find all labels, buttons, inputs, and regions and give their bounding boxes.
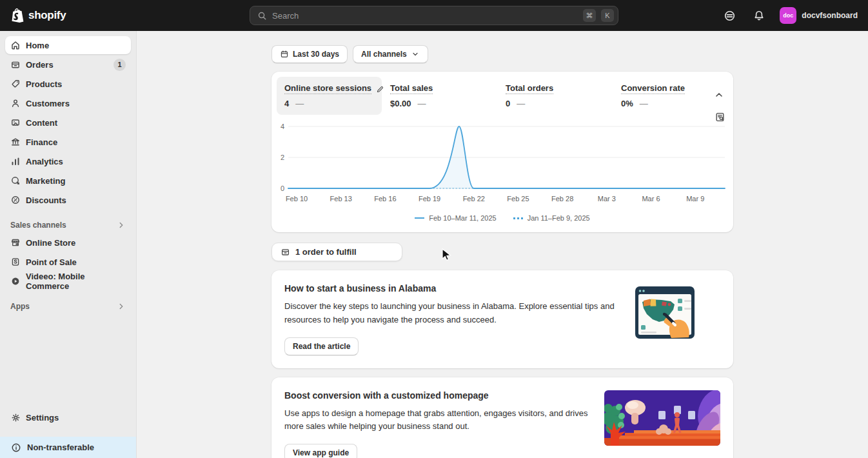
info-icon (11, 443, 21, 453)
y-axis-tick: 0 (281, 184, 284, 192)
sidebar-section-apps[interactable]: Apps (5, 302, 131, 311)
sidebar-item-label: Analytics (26, 157, 63, 166)
y-axis-tick: 4 (281, 123, 284, 130)
shortcut-cmd-key: ⌘ (583, 9, 596, 22)
sidebar-item-label: Products (26, 79, 62, 89)
metric-value: 4 (284, 99, 289, 108)
shortcut-k-key: K (601, 9, 614, 22)
marketing-icon (10, 175, 21, 186)
account-menu[interactable]: doc docvfsonboard (780, 7, 858, 24)
view-report-icon[interactable] (715, 112, 725, 123)
sidebar-item-products[interactable]: Products (5, 75, 131, 93)
sidebar: HomeOrders1ProductsCustomersContentFinan… (0, 31, 137, 458)
app-guide-card-title: Boost conversion with a customized homep… (284, 390, 604, 401)
shopify-logo[interactable]: shopify (0, 8, 66, 23)
us-map-article-illustration (634, 284, 698, 355)
sidebar-item-point-of-sale[interactable]: Point of Sale (5, 253, 131, 271)
main-content: Last 30 days All channels Online store s… (137, 0, 868, 458)
chevron-right-icon (117, 221, 126, 230)
brand-wordmark: shopify (28, 9, 66, 22)
sidebar-item-label: Customers (26, 99, 70, 108)
metric-delta: — (418, 99, 426, 108)
x-axis-tick: Mar 3 (598, 195, 616, 203)
sidekick-assistant-icon[interactable] (720, 6, 738, 25)
x-axis-tick: Mar 9 (686, 195, 704, 203)
finance-icon (10, 137, 21, 147)
metric-delta: — (640, 99, 648, 108)
legend-item: Jan 11–Feb 9, 2025 (513, 214, 590, 222)
sidebar-section-sales-channels[interactable]: Sales channels (5, 221, 131, 230)
chevron-up-icon[interactable] (714, 90, 724, 100)
read-article-button[interactable]: Read the article (284, 337, 359, 355)
metric-total-sales[interactable]: Total sales$0.00— (390, 77, 497, 108)
orders-count-badge: 1 (113, 59, 126, 71)
sidebar-item-customers[interactable]: Customers (5, 94, 131, 112)
sidebar-item-label: Finance (26, 137, 57, 147)
sidebar-item-home[interactable]: Home (5, 36, 131, 54)
sidebar-item-analytics[interactable]: Analytics (5, 152, 131, 170)
sidebar-item-label: Online Store (26, 238, 75, 248)
metric-total-orders[interactable]: Total orders0— (506, 77, 613, 108)
orders-to-fulfill-label: 1 order to fulfill (295, 247, 357, 257)
view-app-guide-button[interactable]: View app guide (284, 444, 357, 458)
x-axis-tick: Feb 13 (330, 195, 352, 203)
x-axis-tick: Feb 19 (419, 195, 440, 203)
article-card-body: Discover the key steps to launching your… (284, 300, 620, 327)
metric-label: Online store sessions (284, 83, 371, 94)
plan-banner-non-transferable[interactable]: Non-transferable (0, 437, 136, 458)
metric-online-store-sessions[interactable]: Online store sessions4— (277, 77, 382, 115)
store-name: docvfsonboard (802, 11, 858, 20)
sidebar-item-online-store[interactable]: Online Store (5, 234, 131, 252)
sidebar-main-nav: HomeOrders1ProductsCustomersContentFinan… (5, 36, 131, 210)
sidebar-item-label: Orders (26, 60, 54, 70)
legend-item: Feb 10–Mar 11, 2025 (415, 214, 496, 222)
x-axis-tick: Feb 10 (286, 195, 308, 203)
content-icon (10, 117, 21, 128)
x-axis-tick: Feb 25 (507, 195, 529, 203)
calendar-icon (280, 50, 289, 59)
chart-legend: Feb 10–Mar 11, 2025Jan 11–Feb 9, 2025 (277, 214, 728, 222)
sidebar-item-orders[interactable]: Orders1 (5, 55, 131, 74)
date-range-button[interactable]: Last 30 days (271, 45, 348, 63)
channel-filter-label: All channels (361, 50, 407, 59)
notifications-bell-icon[interactable] (750, 6, 768, 25)
avatar: doc (780, 7, 796, 24)
topbar: shopify ⌘ K doc docvfsonboard (0, 0, 868, 31)
analytics-icon (10, 156, 21, 166)
analytics-overview-card: Online store sessions4—Total sales$0.00—… (271, 72, 733, 232)
legend-label: Jan 11–Feb 9, 2025 (528, 214, 590, 222)
x-axis-tick: Feb 28 (551, 195, 573, 203)
sidebar-item-settings[interactable]: Settings (5, 408, 131, 426)
sidebar-item-content[interactable]: Content (5, 114, 131, 132)
metric-delta: — (295, 99, 304, 108)
pencil-icon[interactable] (376, 85, 384, 93)
shopify-bag-icon (10, 8, 25, 23)
sessions-chart[interactable]: 024Feb 10Feb 13Feb 16Feb 19Feb 22Feb 25F… (277, 123, 728, 208)
non-transferable-label: Non-transferable (27, 443, 94, 452)
sidebar-item-discounts[interactable]: Discounts (5, 191, 131, 209)
chevron-down-icon (411, 50, 420, 59)
sidebar-item-label: Point of Sale (26, 257, 77, 267)
dotted-line-swatch-icon (513, 217, 523, 219)
app-guide-card-body: Use apps to design a homepage that grabs… (284, 407, 604, 434)
channel-filter-button[interactable]: All channels (353, 45, 428, 63)
search-input[interactable] (272, 11, 578, 21)
sidebar-item-finance[interactable]: Finance (5, 133, 131, 151)
article-card-title: How to start a business in Alabama (284, 283, 620, 294)
sidebar-item-videeo-mobile-commerce[interactable]: Videeo: Mobile Commerce (5, 272, 131, 290)
app-guide-card-homepage: Boost conversion with a customized homep… (271, 377, 733, 458)
x-axis-tick: Mar 6 (642, 195, 660, 203)
homepage-customization-illustration (604, 390, 720, 458)
home-icon (10, 40, 21, 50)
global-search[interactable]: ⌘ K (250, 6, 618, 25)
sidebar-item-marketing[interactable]: Marketing (5, 172, 131, 190)
gear-icon (10, 412, 21, 423)
date-range-label: Last 30 days (293, 50, 339, 59)
y-axis-tick: 2 (281, 154, 284, 161)
sidebar-item-label: Home (26, 41, 49, 50)
metric-conversion-rate[interactable]: Conversion rate0%— (621, 77, 728, 108)
sidebar-item-label: Videeo: Mobile Commerce (26, 272, 126, 291)
package-icon (280, 247, 290, 257)
orders-to-fulfill-button[interactable]: 1 order to fulfill (271, 243, 402, 261)
products-icon (10, 79, 21, 89)
